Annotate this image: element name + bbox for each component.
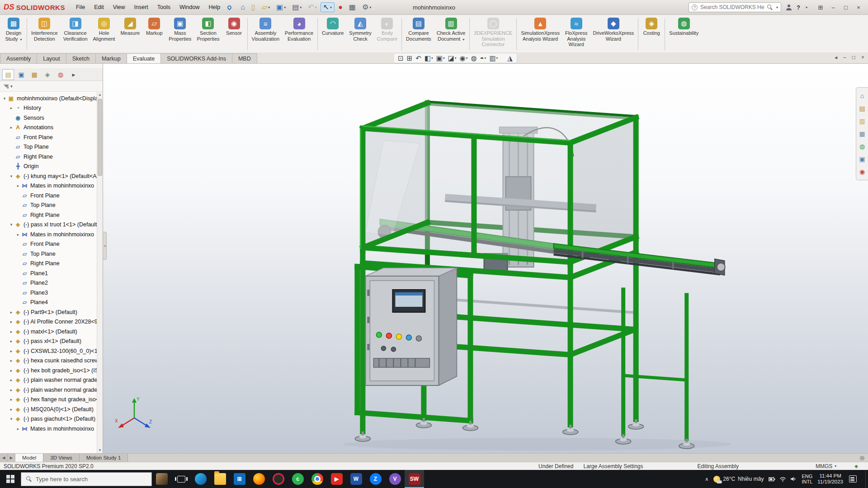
- hide-show-items[interactable]: ◉▾: [460, 54, 468, 62]
- graphics-viewport[interactable]: Y X Z ⌂▤▥▦◍▣◉ ◂: [103, 64, 868, 453]
- menu-help[interactable]: Help: [204, 0, 225, 15]
- display-style[interactable]: ◪▾: [448, 54, 457, 62]
- appearances-scenes[interactable]: ◍: [859, 142, 865, 150]
- menu-tools[interactable]: Tools: [153, 0, 175, 15]
- expand-arrow[interactable]: ▸: [9, 358, 14, 363]
- tree-item[interactable]: ▱Front Plane: [1, 191, 97, 201]
- solidworks-forum[interactable]: ◉: [859, 168, 865, 176]
- close-window-button[interactable]: ×: [853, 2, 864, 13]
- tree-item[interactable]: ◉Sensors: [1, 113, 97, 123]
- pinned-photo-taskbar-button[interactable]: [152, 470, 171, 488]
- action-center-icon[interactable]: [849, 475, 857, 483]
- sensor-button[interactable]: ◉Sensor: [222, 16, 246, 52]
- clearance-verification-button[interactable]: ◨ClearanceVerification: [61, 16, 90, 52]
- curvature-button[interactable]: ◠Curvature: [319, 16, 346, 52]
- tree-item[interactable]: ▱Right Plane: [1, 210, 97, 220]
- control-cabinet[interactable]: [365, 268, 457, 385]
- doc-tab-3d-views[interactable]: 3D Views: [43, 454, 79, 462]
- menu-file[interactable]: File: [71, 0, 90, 15]
- tree-item[interactable]: ▸◈(-) Part9<1> (Default): [1, 307, 97, 317]
- tree-item[interactable]: ▸◈(-) pass xl<1> (Default): [1, 337, 97, 347]
- tree-item[interactable]: ▸◈(-) hex bolt gradeb_iso<1> (ISO: [1, 366, 97, 375]
- task-view-taskbar-button[interactable]: [171, 470, 191, 488]
- doc-tab-model[interactable]: Model: [15, 454, 43, 462]
- tree-item[interactable]: ▱Front Plane: [1, 239, 97, 249]
- tree-item[interactable]: ▸◈(-) plain washer normal grade: [1, 385, 97, 395]
- tree-scrollbar[interactable]: ▲ ▼: [97, 92, 103, 453]
- expand-arrow[interactable]: ▸: [15, 232, 21, 237]
- tab-layout[interactable]: Layout: [37, 53, 66, 63]
- network-icon[interactable]: [779, 476, 786, 482]
- battery-icon[interactable]: [769, 477, 775, 482]
- menu-insert[interactable]: Insert: [130, 0, 153, 15]
- help-menu-button[interactable]: ?: [797, 4, 800, 11]
- glass-panels[interactable]: [363, 103, 636, 262]
- assembly-visualization-button[interactable]: ≡AssemblyVisualization: [249, 16, 283, 52]
- section-properties-button[interactable]: ◧SectionProperties: [194, 16, 222, 52]
- menu-window[interactable]: Window: [175, 0, 204, 15]
- apply-scene[interactable]: ◓▾: [480, 54, 486, 62]
- expand-arrow[interactable]: ▸: [9, 388, 14, 392]
- previous-view[interactable]: ↶: [415, 54, 421, 62]
- coc-coc-taskbar-button[interactable]: c: [288, 470, 307, 488]
- word-taskbar-button[interactable]: W: [346, 470, 366, 488]
- measure-button[interactable]: ◢Measure: [118, 16, 142, 52]
- expand-arrow[interactable]: ▸: [9, 106, 14, 110]
- rebuild-button[interactable]: ●: [335, 2, 345, 12]
- zalo-taskbar-button[interactable]: Z: [366, 470, 385, 488]
- open-document-button[interactable]: ▱▾: [259, 2, 273, 12]
- expand-arrow[interactable]: ▸: [9, 368, 14, 373]
- opera-taskbar-button[interactable]: [269, 470, 288, 488]
- edit-appearance[interactable]: ◍: [471, 54, 476, 62]
- tree-item[interactable]: ▾◈(-) pass giachut<1> (Default): [1, 414, 97, 424]
- tree-item[interactable]: ▾◈(-) khung may<1> (Default<As: [1, 171, 97, 181]
- scrollbar-thumb[interactable]: [98, 99, 102, 176]
- performance-evaluation-button[interactable]: ◕PerformanceEvaluation: [282, 16, 316, 52]
- filter-dropdown-arrow[interactable]: ▾: [10, 84, 13, 89]
- user-account-icon[interactable]: [786, 5, 792, 10]
- costing-button[interactable]: ◈Costing: [640, 16, 663, 52]
- minimize-window-button[interactable]: –: [827, 2, 839, 13]
- expand-arrow[interactable]: ▾: [9, 222, 14, 227]
- tree-item[interactable]: ▱Plane2: [1, 278, 97, 288]
- tree-item[interactable]: ▱Plane4: [1, 298, 97, 308]
- tree-item[interactable]: ▱Front Plane: [1, 132, 97, 142]
- instant-3d[interactable]: ◮: [507, 54, 513, 62]
- expand-arrow[interactable]: ▸: [9, 407, 14, 412]
- help-search-box[interactable]: ? Search SOLIDWORKS Help ▾: [689, 2, 781, 12]
- simulationxpress-analysis-wizard-button[interactable]: ▲SimulationXpressAnalysis Wizard: [518, 16, 562, 52]
- restore-window-button[interactable]: □: [840, 2, 852, 13]
- tab-assembly[interactable]: Assembly: [0, 53, 37, 63]
- expand-arrow[interactable]: ▾: [9, 417, 14, 421]
- tree-item[interactable]: ▸◈(-) plain washer normal grade: [1, 375, 97, 385]
- apps-grid-button[interactable]: ⊞: [815, 2, 826, 13]
- viber-taskbar-button[interactable]: V: [385, 470, 405, 488]
- expand-arrow[interactable]: ▸: [9, 378, 14, 382]
- doc-close-button[interactable]: ×: [861, 54, 864, 61]
- print-button[interactable]: ▤▾: [289, 2, 304, 12]
- tab-solidworks-add-ins[interactable]: SOLIDWORKS Add-Ins: [160, 53, 232, 63]
- scroll-down-arrow[interactable]: ▼: [97, 447, 103, 453]
- hole-alignment-button[interactable]: ◎HoleAlignment: [90, 16, 118, 52]
- doc-restore-button[interactable]: □: [852, 54, 855, 61]
- tab-markup[interactable]: Markup: [95, 53, 127, 63]
- assembly-3d-model[interactable]: [103, 64, 868, 453]
- chrome-taskbar-button[interactable]: [307, 470, 327, 488]
- tree-item[interactable]: ▾▣mohinhmoixinxo (Default<Display: [1, 94, 97, 103]
- pin-toolbar-icon[interactable]: [226, 5, 232, 10]
- select-button[interactable]: ↖▾: [321, 2, 335, 12]
- tab-scroll-left[interactable]: ◀: [0, 454, 8, 462]
- doc-tab-motion-study-1[interactable]: Motion Study 1: [80, 454, 128, 462]
- tab-evaluate[interactable]: Evaluate: [127, 53, 161, 63]
- expand-arrow[interactable]: ▸: [9, 329, 14, 334]
- custom-properties[interactable]: ▣: [859, 155, 865, 163]
- taskbar-search-box[interactable]: Type here to search: [21, 472, 152, 486]
- units-selector[interactable]: MMGS▾: [816, 463, 836, 469]
- save-button[interactable]: ▣▾: [274, 2, 288, 12]
- tree-item[interactable]: ▸⋈Mates in mohinhmoixinxo: [1, 424, 97, 434]
- help-dropdown-arrow[interactable]: ▾: [806, 5, 807, 9]
- new-document-button[interactable]: ▯: [249, 2, 258, 12]
- driveworksxpress-wizard-button[interactable]: ◆DriveWorksXpressWizard: [590, 16, 637, 52]
- check-active-document-button[interactable]: ▥Check ActiveDocument ▾: [434, 16, 468, 52]
- firefox-taskbar-button[interactable]: [249, 470, 269, 488]
